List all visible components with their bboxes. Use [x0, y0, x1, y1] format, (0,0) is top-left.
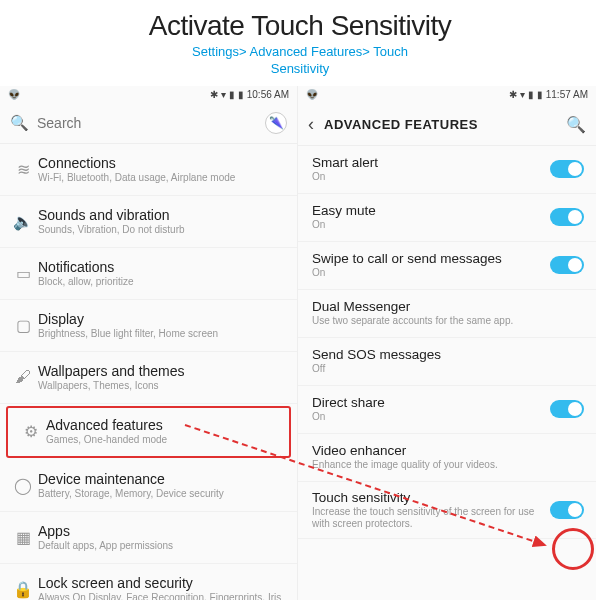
feature-row-4[interactable]: Send SOS messagesOff: [298, 338, 596, 386]
row-sub: Games, One-handed mode: [46, 434, 279, 446]
display-icon: ▢: [8, 316, 38, 335]
battery-icon: ▮: [238, 89, 244, 100]
status-bar: 👽 ✱ ▾ ▮ ▮ 11:57 AM: [298, 86, 596, 104]
wifi-icon: ▾: [221, 89, 226, 100]
row-label: Display: [38, 311, 287, 327]
row-label: Lock screen and security: [38, 575, 287, 591]
row-sub: Enhance the image quality of your videos…: [312, 459, 578, 471]
row-label: Apps: [38, 523, 287, 539]
settings-row-display[interactable]: ▢DisplayBrightness, Blue light filter, H…: [0, 300, 297, 352]
status-bar: 👽 ✱ ▾ ▮ ▮ 10:56 AM: [0, 86, 297, 104]
phone-right: 👽 ✱ ▾ ▮ ▮ 11:57 AM ‹ ADVANCED FEATURES 🔍…: [298, 86, 596, 600]
feature-row-6[interactable]: Video enhancerEnhance the image quality …: [298, 434, 596, 482]
features-list: Smart alertOnEasy muteOnSwipe to call or…: [298, 146, 596, 600]
row-label: Connections: [38, 155, 287, 171]
row-label: Device maintenance: [38, 471, 287, 487]
row-sub: On: [312, 219, 544, 231]
row-label: Easy mute: [312, 203, 544, 218]
feature-row-0[interactable]: Smart alertOn: [298, 146, 596, 194]
search-bar[interactable]: 🔍 🌂: [0, 104, 297, 144]
breadcrumb-line2: Sensitivity: [0, 61, 600, 78]
settings-row-sound[interactable]: 🔈Sounds and vibrationSounds, Vibration, …: [0, 196, 297, 248]
settings-row-notifications[interactable]: ▭NotificationsBlock, allow, prioritize: [0, 248, 297, 300]
toggle[interactable]: [550, 400, 584, 418]
row-sub: Sounds, Vibration, Do not disturb: [38, 224, 287, 236]
row-label: Sounds and vibration: [38, 207, 287, 223]
row-sub: Increase the touch sensitivity of the sc…: [312, 506, 544, 530]
notifications-icon: ▭: [8, 264, 38, 283]
clock: 10:56 AM: [247, 89, 289, 100]
page-header: ‹ ADVANCED FEATURES 🔍: [298, 104, 596, 146]
row-sub: Block, allow, prioritize: [38, 276, 287, 288]
row-sub: Wallpapers, Themes, Icons: [38, 380, 287, 392]
toggle[interactable]: [550, 256, 584, 274]
settings-row-lock[interactable]: 🔒Lock screen and securityAlways On Displ…: [0, 564, 297, 600]
settings-list: ≋ConnectionsWi-Fi, Bluetooth, Data usage…: [0, 144, 297, 600]
back-button[interactable]: ‹: [308, 114, 314, 135]
settings-row-advanced[interactable]: ⚙Advanced featuresGames, One-handed mode: [6, 406, 291, 458]
row-sub: On: [312, 171, 544, 183]
feature-row-7[interactable]: Touch sensitivityIncrease the touch sens…: [298, 482, 596, 539]
toggle[interactable]: [550, 160, 584, 178]
phone-left: 👽 ✱ ▾ ▮ ▮ 10:56 AM 🔍 🌂 ≋ConnectionsWi-Fi…: [0, 86, 298, 600]
row-label: Advanced features: [46, 417, 279, 433]
settings-row-maintenance[interactable]: ◯Device maintenanceBattery, Storage, Mem…: [0, 460, 297, 512]
avatar[interactable]: 🌂: [265, 112, 287, 134]
advanced-icon: ⚙: [16, 422, 46, 441]
apps-icon: ▦: [8, 528, 38, 547]
search-input[interactable]: [37, 115, 265, 131]
row-label: Smart alert: [312, 155, 544, 170]
wallpaper-icon: 🖌: [8, 368, 38, 386]
settings-row-connections[interactable]: ≋ConnectionsWi-Fi, Bluetooth, Data usage…: [0, 144, 297, 196]
row-sub: Off: [312, 363, 578, 375]
breadcrumb: Settings> Advanced Features> Touch Sensi…: [0, 44, 600, 78]
panels: 👽 ✱ ▾ ▮ ▮ 10:56 AM 🔍 🌂 ≋ConnectionsWi-Fi…: [0, 86, 600, 600]
feature-row-3[interactable]: Dual MessengerUse two separate accounts …: [298, 290, 596, 338]
lock-icon: 🔒: [8, 580, 38, 599]
search-icon: 🔍: [10, 114, 29, 132]
row-sub: Use two separate accounts for the same a…: [312, 315, 578, 327]
bluetooth-icon: ✱: [509, 89, 517, 100]
signal-icon: ▮: [229, 89, 235, 100]
row-label: Touch sensitivity: [312, 490, 544, 505]
sound-icon: 🔈: [8, 212, 38, 231]
feature-row-1[interactable]: Easy muteOn: [298, 194, 596, 242]
row-label: Dual Messenger: [312, 299, 578, 314]
signal-icon: ▮: [528, 89, 534, 100]
connections-icon: ≋: [8, 160, 38, 179]
bluetooth-icon: ✱: [210, 89, 218, 100]
wifi-icon: ▾: [520, 89, 525, 100]
row-sub: Battery, Storage, Memory, Device securit…: [38, 488, 287, 500]
row-label: Send SOS messages: [312, 347, 578, 362]
settings-row-wallpaper[interactable]: 🖌Wallpapers and themesWallpapers, Themes…: [0, 352, 297, 404]
row-label: Wallpapers and themes: [38, 363, 287, 379]
settings-row-apps[interactable]: ▦AppsDefault apps, App permissions: [0, 512, 297, 564]
row-sub: On: [312, 267, 544, 279]
row-sub: Wi-Fi, Bluetooth, Data usage, Airplane m…: [38, 172, 287, 184]
row-sub: Brightness, Blue light filter, Home scre…: [38, 328, 287, 340]
row-label: Video enhancer: [312, 443, 578, 458]
row-sub: Always On Display, Face Recognition, Fin…: [38, 592, 287, 600]
feature-row-2[interactable]: Swipe to call or send messagesOn: [298, 242, 596, 290]
clock: 11:57 AM: [546, 89, 588, 100]
row-sub: On: [312, 411, 544, 423]
row-label: Swipe to call or send messages: [312, 251, 544, 266]
battery-icon: ▮: [537, 89, 543, 100]
breadcrumb-line1: Settings> Advanced Features> Touch: [0, 44, 600, 61]
search-icon[interactable]: 🔍: [566, 115, 586, 134]
page-title: Activate Touch Sensitivity: [0, 0, 600, 42]
row-label: Direct share: [312, 395, 544, 410]
row-sub: Default apps, App permissions: [38, 540, 287, 552]
feature-row-5[interactable]: Direct shareOn: [298, 386, 596, 434]
maintenance-icon: ◯: [8, 476, 38, 495]
toggle[interactable]: [550, 208, 584, 226]
header-title: ADVANCED FEATURES: [324, 117, 566, 132]
reddit-icon: 👽: [306, 89, 318, 100]
reddit-icon: 👽: [8, 89, 20, 100]
row-label: Notifications: [38, 259, 287, 275]
toggle[interactable]: [550, 501, 584, 519]
